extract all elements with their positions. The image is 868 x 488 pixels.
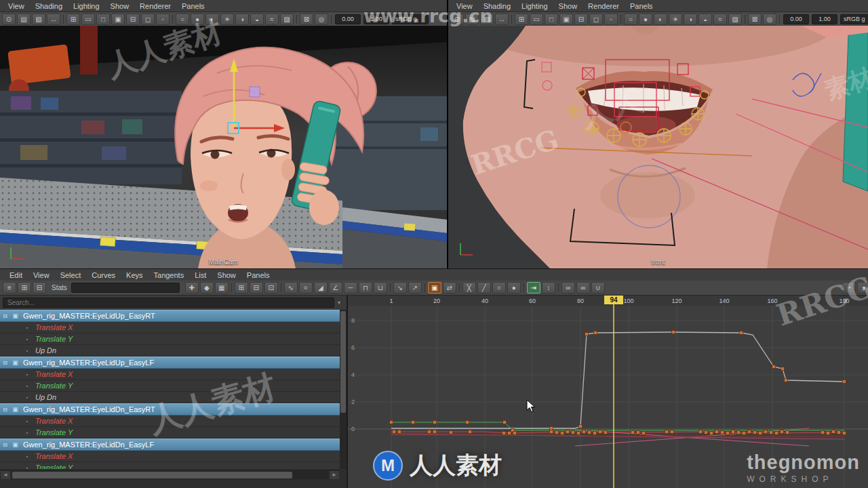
buffer-curve-snapshot-icon[interactable]: ▣: [428, 282, 441, 293]
scroll-left-icon[interactable]: ◄: [0, 470, 11, 480]
keyframe[interactable]: [642, 432, 646, 435]
keyframe[interactable]: [759, 432, 762, 435]
keyframe[interactable]: [843, 432, 846, 435]
value-snap-icon[interactable]: ↕: [542, 282, 555, 293]
frame-all-icon[interactable]: ⊞: [235, 282, 248, 293]
multisample-icon[interactable]: ▨: [280, 14, 294, 25]
keyframe[interactable]: [466, 421, 469, 424]
motion-blur-icon[interactable]: ≈: [713, 14, 727, 25]
keyframe[interactable]: [740, 331, 743, 335]
keyframe[interactable]: [827, 432, 830, 435]
keyframe[interactable]: [832, 430, 835, 434]
scroll-track[interactable]: [11, 471, 329, 479]
shadows-icon[interactable]: ◑: [684, 14, 697, 25]
gate-mask-icon[interactable]: ▣: [559, 14, 573, 25]
keyframe[interactable]: [781, 430, 784, 434]
move-nearest-key-icon[interactable]: ✚: [185, 282, 199, 293]
frame-playback-range-icon[interactable]: ⊟: [250, 282, 263, 293]
viewport-3d-canvas-front[interactable]: front: [448, 26, 868, 268]
spline-tangents-icon[interactable]: ≈: [299, 282, 313, 293]
keyframe[interactable]: [469, 430, 472, 434]
xray-icon[interactable]: ⊠: [300, 14, 313, 25]
gamma-field[interactable]: 1.00: [812, 14, 837, 24]
menu-shading[interactable]: Shading: [478, 1, 516, 11]
keyframe[interactable]: [786, 431, 789, 434]
xray-icon[interactable]: ⊠: [748, 14, 762, 25]
keyframe[interactable]: [837, 431, 841, 434]
outliner-attribute-row[interactable]: ▪Translate Y: [0, 462, 340, 469]
resolution-gate-icon[interactable]: □: [96, 14, 110, 25]
post-infinity-icon[interactable]: ∞: [576, 282, 590, 293]
keyframe[interactable]: [508, 432, 511, 435]
keyframe[interactable]: [699, 430, 703, 434]
colorspace-field[interactable]: sRGB g: [392, 14, 429, 24]
keyframe[interactable]: [561, 432, 564, 435]
linear-tangents-icon[interactable]: ∠: [329, 282, 342, 293]
smooth-shade-icon[interactable]: ●: [639, 14, 652, 25]
menu-panels[interactable]: Panels: [241, 270, 275, 280]
menu-view[interactable]: View: [451, 1, 478, 11]
keyframe[interactable]: [593, 432, 597, 435]
keyframe[interactable]: [398, 430, 401, 434]
multisample-icon[interactable]: ▨: [728, 14, 742, 25]
menu-show[interactable]: Show: [553, 1, 583, 11]
keyframe[interactable]: [753, 431, 757, 434]
keyframe[interactable]: [588, 431, 591, 434]
safe-title-icon[interactable]: ▫: [604, 14, 618, 25]
outliner-attribute-row[interactable]: ▪Translate Y: [0, 380, 340, 392]
smooth-shade-icon[interactable]: ●: [191, 14, 204, 25]
row-expander-icon[interactable]: ⊟: [0, 313, 10, 319]
keyframe[interactable]: [772, 365, 776, 369]
film-gate-icon[interactable]: ▭: [530, 14, 543, 25]
menu-show[interactable]: Show: [212, 270, 241, 280]
gamma-field[interactable]: 1.00: [363, 14, 389, 24]
free-tangent-weight-icon[interactable]: ○: [492, 282, 506, 293]
menu-show[interactable]: Show: [105, 1, 135, 11]
grid-display-icon[interactable]: ⊞: [66, 14, 80, 25]
stats-input[interactable]: [71, 283, 180, 293]
image-plane-icon[interactable]: ▧: [480, 14, 494, 25]
menu-renderer[interactable]: Renderer: [134, 1, 176, 11]
keyframe[interactable]: [637, 431, 640, 434]
keyframe[interactable]: [450, 431, 453, 434]
graph-editor-curve-view[interactable]: 1204060801001201401601908642094: [348, 296, 868, 488]
keyframe[interactable]: [428, 430, 431, 434]
exposure-field[interactable]: 0.00: [783, 14, 809, 24]
lattice-deform-keys-icon[interactable]: ▦: [215, 282, 229, 293]
default-out-tangent-icon[interactable]: ↗: [408, 282, 422, 293]
safe-action-icon[interactable]: ◻: [589, 14, 603, 25]
keyframe[interactable]: [585, 333, 589, 336]
keyframe[interactable]: [715, 430, 719, 434]
keyframe[interactable]: [503, 421, 507, 424]
keyframe[interactable]: [583, 430, 586, 434]
outliner-attribute-row[interactable]: ▪Translate Y: [0, 427, 340, 439]
two-d-pan-zoom-icon[interactable]: ↔: [47, 14, 60, 25]
scroll-right-icon[interactable]: ►: [329, 470, 340, 480]
two-d-pan-zoom-icon[interactable]: ↔: [495, 14, 509, 25]
menu-keys[interactable]: Keys: [121, 270, 148, 280]
keyframe[interactable]: [412, 421, 415, 424]
screen-space-ao-icon[interactable]: ◒: [250, 14, 264, 25]
keyframe[interactable]: [721, 431, 724, 434]
motion-blur-icon[interactable]: ≈: [265, 14, 279, 25]
safe-action-icon[interactable]: ◻: [141, 14, 155, 25]
keyframe[interactable]: [781, 367, 785, 371]
film-gate-icon[interactable]: ▭: [81, 14, 95, 25]
keyframe[interactable]: [726, 432, 730, 435]
keyframe[interactable]: [821, 431, 825, 434]
grid-display-icon[interactable]: ⊞: [515, 14, 528, 25]
keyframe[interactable]: [710, 432, 713, 435]
outliner-object-row[interactable]: ⊟▣Gwen_rig_MASTER:EyeLidUp_EasyRT: [0, 310, 340, 322]
keyframe[interactable]: [705, 431, 708, 434]
keyframe[interactable]: [764, 430, 768, 434]
keyframe[interactable]: [671, 430, 674, 434]
menu-edit[interactable]: Edit: [4, 270, 28, 280]
keyframe[interactable]: [631, 431, 635, 434]
pre-infinity-icon[interactable]: ∞: [561, 282, 575, 293]
gate-mask-icon[interactable]: ▣: [111, 14, 125, 25]
camera-attributes-icon[interactable]: ▤: [465, 14, 479, 25]
keyframe[interactable]: [665, 430, 669, 434]
keyframe[interactable]: [566, 430, 570, 434]
keyframe[interactable]: [599, 430, 602, 434]
viewport-3d-canvas-maincam[interactable]: MainCam: [0, 26, 447, 268]
